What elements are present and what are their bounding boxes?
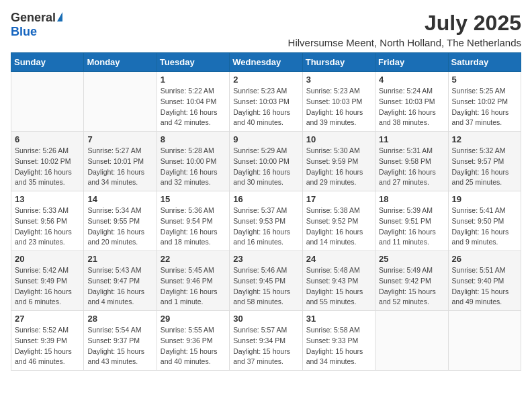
- calendar-day-cell: 18Sunrise: 5:39 AM Sunset: 9:51 PM Dayli…: [375, 191, 448, 251]
- calendar-day-cell: 1Sunrise: 5:22 AM Sunset: 10:04 PM Dayli…: [157, 72, 229, 132]
- calendar-day-cell: 27Sunrise: 5:52 AM Sunset: 9:39 PM Dayli…: [11, 311, 84, 371]
- day-of-week-header: Thursday: [302, 53, 375, 72]
- calendar-day-cell: 15Sunrise: 5:36 AM Sunset: 9:54 PM Dayli…: [157, 191, 229, 251]
- day-number: 1: [161, 75, 226, 85]
- day-info: Sunrise: 5:48 AM Sunset: 9:43 PM Dayligh…: [306, 265, 371, 308]
- day-of-week-header: Saturday: [448, 53, 521, 72]
- calendar-day-cell: 6Sunrise: 5:26 AM Sunset: 10:02 PM Dayli…: [11, 132, 84, 191]
- day-number: 13: [15, 194, 80, 204]
- location-title: Hilversumse Meent, North Holland, The Ne…: [288, 37, 521, 48]
- calendar-table: SundayMondayTuesdayWednesdayThursdayFrid…: [11, 52, 521, 371]
- logo-general-text: General: [11, 11, 56, 25]
- calendar-day-cell: 4Sunrise: 5:24 AM Sunset: 10:03 PM Dayli…: [375, 72, 448, 132]
- day-info: Sunrise: 5:28 AM Sunset: 10:00 PM Daylig…: [161, 146, 226, 188]
- day-number: 25: [379, 254, 444, 264]
- calendar-week-row: 20Sunrise: 5:42 AM Sunset: 9:49 PM Dayli…: [11, 251, 521, 311]
- calendar-day-cell: 8Sunrise: 5:28 AM Sunset: 10:00 PM Dayli…: [157, 132, 229, 191]
- calendar-header-row: SundayMondayTuesdayWednesdayThursdayFrid…: [11, 53, 521, 72]
- day-number: 5: [452, 75, 517, 85]
- calendar-day-cell: 3Sunrise: 5:23 AM Sunset: 10:03 PM Dayli…: [302, 72, 375, 132]
- day-number: 30: [233, 314, 298, 324]
- day-number: 23: [233, 254, 298, 264]
- day-info: Sunrise: 5:24 AM Sunset: 10:03 PM Daylig…: [379, 86, 444, 128]
- day-info: Sunrise: 5:42 AM Sunset: 9:49 PM Dayligh…: [15, 265, 80, 308]
- day-number: 20: [15, 254, 80, 264]
- day-info: Sunrise: 5:39 AM Sunset: 9:51 PM Dayligh…: [379, 205, 444, 248]
- calendar-day-cell: 20Sunrise: 5:42 AM Sunset: 9:49 PM Dayli…: [11, 251, 84, 311]
- day-info: Sunrise: 5:49 AM Sunset: 9:42 PM Dayligh…: [379, 265, 444, 308]
- calendar-day-cell: 5Sunrise: 5:25 AM Sunset: 10:02 PM Dayli…: [448, 72, 521, 132]
- calendar-day-cell: 24Sunrise: 5:48 AM Sunset: 9:43 PM Dayli…: [302, 251, 375, 311]
- calendar-day-cell: 13Sunrise: 5:33 AM Sunset: 9:56 PM Dayli…: [11, 191, 84, 251]
- day-info: Sunrise: 5:58 AM Sunset: 9:33 PM Dayligh…: [306, 325, 371, 367]
- calendar-day-cell: 22Sunrise: 5:45 AM Sunset: 9:46 PM Dayli…: [157, 251, 229, 311]
- calendar-day-cell: 14Sunrise: 5:34 AM Sunset: 9:55 PM Dayli…: [84, 191, 157, 251]
- day-number: 27: [15, 314, 80, 324]
- calendar-day-cell: 9Sunrise: 5:29 AM Sunset: 10:00 PM Dayli…: [230, 132, 302, 191]
- day-info: Sunrise: 5:37 AM Sunset: 9:53 PM Dayligh…: [233, 205, 298, 248]
- day-info: Sunrise: 5:34 AM Sunset: 9:55 PM Dayligh…: [87, 205, 152, 248]
- calendar-day-cell: 12Sunrise: 5:32 AM Sunset: 9:57 PM Dayli…: [448, 132, 521, 191]
- day-info: Sunrise: 5:38 AM Sunset: 9:52 PM Dayligh…: [306, 205, 371, 248]
- day-info: Sunrise: 5:33 AM Sunset: 9:56 PM Dayligh…: [15, 205, 80, 248]
- calendar-day-cell: 2Sunrise: 5:23 AM Sunset: 10:03 PM Dayli…: [230, 72, 302, 132]
- day-info: Sunrise: 5:55 AM Sunset: 9:36 PM Dayligh…: [161, 325, 226, 367]
- calendar-day-cell: [84, 72, 157, 132]
- day-info: Sunrise: 5:32 AM Sunset: 9:57 PM Dayligh…: [452, 146, 517, 188]
- day-info: Sunrise: 5:26 AM Sunset: 10:02 PM Daylig…: [15, 146, 80, 188]
- calendar-day-cell: 26Sunrise: 5:51 AM Sunset: 9:40 PM Dayli…: [448, 251, 521, 311]
- calendar-week-row: 1Sunrise: 5:22 AM Sunset: 10:04 PM Dayli…: [11, 72, 521, 132]
- calendar-week-row: 13Sunrise: 5:33 AM Sunset: 9:56 PM Dayli…: [11, 191, 521, 251]
- calendar-day-cell: 21Sunrise: 5:43 AM Sunset: 9:47 PM Dayli…: [84, 251, 157, 311]
- day-number: 17: [306, 194, 371, 204]
- day-number: 14: [87, 194, 152, 204]
- day-number: 26: [452, 254, 517, 264]
- calendar-day-cell: 30Sunrise: 5:57 AM Sunset: 9:34 PM Dayli…: [230, 311, 302, 371]
- day-of-week-header: Friday: [375, 53, 448, 72]
- calendar-week-row: 27Sunrise: 5:52 AM Sunset: 9:39 PM Dayli…: [11, 311, 521, 371]
- calendar-day-cell: 28Sunrise: 5:54 AM Sunset: 9:37 PM Dayli…: [84, 311, 157, 371]
- day-number: 10: [306, 134, 371, 144]
- calendar-day-cell: 25Sunrise: 5:49 AM Sunset: 9:42 PM Dayli…: [375, 251, 448, 311]
- calendar-day-cell: 19Sunrise: 5:41 AM Sunset: 9:50 PM Dayli…: [448, 191, 521, 251]
- day-number: 3: [306, 75, 371, 85]
- day-of-week-header: Wednesday: [230, 53, 302, 72]
- day-info: Sunrise: 5:41 AM Sunset: 9:50 PM Dayligh…: [452, 205, 517, 248]
- day-info: Sunrise: 5:23 AM Sunset: 10:03 PM Daylig…: [306, 86, 371, 128]
- day-info: Sunrise: 5:57 AM Sunset: 9:34 PM Dayligh…: [233, 325, 298, 367]
- day-number: 31: [306, 314, 371, 324]
- day-number: 9: [233, 134, 298, 144]
- day-info: Sunrise: 5:46 AM Sunset: 9:45 PM Dayligh…: [233, 265, 298, 308]
- day-info: Sunrise: 5:43 AM Sunset: 9:47 PM Dayligh…: [87, 265, 152, 308]
- day-number: 24: [306, 254, 371, 264]
- day-info: Sunrise: 5:31 AM Sunset: 9:58 PM Dayligh…: [379, 146, 444, 188]
- calendar-day-cell: [448, 311, 521, 371]
- day-number: 22: [161, 254, 226, 264]
- header: General Blue July 2025 Hilversumse Meent…: [11, 11, 521, 48]
- calendar-day-cell: [375, 311, 448, 371]
- day-info: Sunrise: 5:27 AM Sunset: 10:01 PM Daylig…: [87, 146, 152, 188]
- page: General Blue July 2025 Hilversumse Meent…: [0, 0, 532, 377]
- day-number: 6: [15, 134, 80, 144]
- day-number: 4: [379, 75, 444, 85]
- day-number: 28: [87, 314, 152, 324]
- day-info: Sunrise: 5:29 AM Sunset: 10:00 PM Daylig…: [233, 146, 298, 188]
- day-info: Sunrise: 5:30 AM Sunset: 9:59 PM Dayligh…: [306, 146, 371, 188]
- calendar-day-cell: 16Sunrise: 5:37 AM Sunset: 9:53 PM Dayli…: [230, 191, 302, 251]
- day-number: 2: [233, 75, 298, 85]
- day-of-week-header: Tuesday: [157, 53, 229, 72]
- day-number: 29: [161, 314, 226, 324]
- calendar-day-cell: 31Sunrise: 5:58 AM Sunset: 9:33 PM Dayli…: [302, 311, 375, 371]
- day-info: Sunrise: 5:25 AM Sunset: 10:02 PM Daylig…: [452, 86, 517, 128]
- calendar-day-cell: [11, 72, 84, 132]
- day-number: 11: [379, 134, 444, 144]
- logo-icon: [57, 12, 62, 21]
- day-number: 21: [87, 254, 152, 264]
- calendar-day-cell: 7Sunrise: 5:27 AM Sunset: 10:01 PM Dayli…: [84, 132, 157, 191]
- calendar-week-row: 6Sunrise: 5:26 AM Sunset: 10:02 PM Dayli…: [11, 132, 521, 191]
- day-number: 8: [161, 134, 226, 144]
- day-number: 15: [161, 194, 226, 204]
- month-title: July 2025: [288, 11, 521, 36]
- day-info: Sunrise: 5:23 AM Sunset: 10:03 PM Daylig…: [233, 86, 298, 128]
- day-number: 18: [379, 194, 444, 204]
